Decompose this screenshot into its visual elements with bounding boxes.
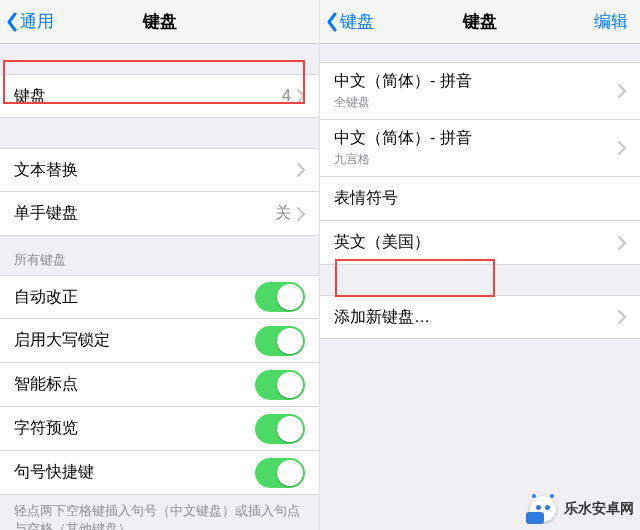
chevron-right-icon bbox=[297, 163, 305, 177]
switch-icon[interactable] bbox=[255, 414, 305, 444]
back-button[interactable]: 键盘 bbox=[320, 10, 374, 33]
text-replacement-row[interactable]: 文本替换 bbox=[0, 148, 319, 192]
cell-sublabel: 九宫格 bbox=[334, 151, 618, 168]
cell-label: 句号快捷键 bbox=[14, 462, 255, 483]
chevron-right-icon bbox=[297, 207, 305, 221]
back-label: 键盘 bbox=[340, 10, 374, 33]
toggle-period-shortcut[interactable]: 句号快捷键 bbox=[0, 451, 319, 495]
keyboard-item-pinyin-full[interactable]: 中文（简体）- 拼音 全键盘 bbox=[320, 62, 640, 120]
chevron-right-icon bbox=[618, 141, 626, 155]
keyboard-item-emoji[interactable]: 表情符号 bbox=[320, 177, 640, 221]
add-new-keyboard-row[interactable]: 添加新键盘… bbox=[320, 295, 640, 339]
cell-label: 中文（简体）- 拼音 bbox=[334, 128, 618, 149]
switch-icon[interactable] bbox=[255, 370, 305, 400]
cell-value: 4 bbox=[282, 87, 291, 105]
cell-label: 添加新键盘… bbox=[334, 307, 618, 328]
chevron-right-icon bbox=[297, 89, 305, 103]
toggle-smart-punctuation[interactable]: 智能标点 bbox=[0, 363, 319, 407]
section-header-all-keyboards: 所有键盘 bbox=[0, 236, 319, 275]
content-left: 键盘 4 文本替换 单手键盘 关 所有键盘 自动改正 启用大写锁定 bbox=[0, 44, 319, 530]
right-screen: 键盘 键盘 编辑 中文（简体）- 拼音 全键盘 中文（简体）- 拼音 九宫格 bbox=[320, 0, 640, 530]
toggle-char-preview[interactable]: 字符预览 bbox=[0, 407, 319, 451]
cell-label: 单手键盘 bbox=[14, 203, 275, 224]
cell-label: 文本替换 bbox=[14, 160, 297, 181]
left-screen: 通用 键盘 键盘 4 文本替换 单手键盘 关 所有键盘 自动改正 bbox=[0, 0, 320, 530]
navbar-left: 通用 键盘 bbox=[0, 0, 319, 44]
cell-label: 英文（美国） bbox=[334, 232, 618, 253]
chevron-right-icon bbox=[618, 236, 626, 250]
watermark: 乐水安卓网 bbox=[526, 494, 634, 524]
navbar-right: 键盘 键盘 编辑 bbox=[320, 0, 640, 44]
toggle-auto-correct[interactable]: 自动改正 bbox=[0, 275, 319, 319]
one-handed-keyboard-row[interactable]: 单手键盘 关 bbox=[0, 192, 319, 236]
chevron-left-icon bbox=[326, 12, 338, 32]
edit-button[interactable]: 编辑 bbox=[594, 10, 628, 33]
footer-note: 轻点两下空格键插入句号（中文键盘）或插入句点与空格（其他键盘）。 bbox=[0, 495, 319, 530]
cell-label: 中文（简体）- 拼音 bbox=[334, 71, 618, 92]
cell-label: 智能标点 bbox=[14, 374, 255, 395]
watermark-text: 乐水安卓网 bbox=[564, 500, 634, 518]
mascot-icon bbox=[526, 494, 560, 524]
chevron-right-icon bbox=[618, 310, 626, 324]
toggle-caps-lock[interactable]: 启用大写锁定 bbox=[0, 319, 319, 363]
cell-label: 字符预览 bbox=[14, 418, 255, 439]
switch-icon[interactable] bbox=[255, 458, 305, 488]
cell-value: 关 bbox=[275, 203, 291, 224]
switch-icon[interactable] bbox=[255, 282, 305, 312]
keyboard-item-pinyin-9grid[interactable]: 中文（简体）- 拼音 九宫格 bbox=[320, 120, 640, 177]
back-label: 通用 bbox=[20, 10, 54, 33]
keyboard-item-english-us[interactable]: 英文（美国） bbox=[320, 221, 640, 265]
cell-label: 表情符号 bbox=[334, 188, 626, 209]
content-right: 中文（简体）- 拼音 全键盘 中文（简体）- 拼音 九宫格 表情符号 英文（美国… bbox=[320, 44, 640, 530]
cell-label: 自动改正 bbox=[14, 287, 255, 308]
back-button[interactable]: 通用 bbox=[0, 10, 54, 33]
cell-label: 启用大写锁定 bbox=[14, 330, 255, 351]
cell-sublabel: 全键盘 bbox=[334, 94, 618, 111]
switch-icon[interactable] bbox=[255, 326, 305, 356]
cell-label: 键盘 bbox=[14, 86, 282, 107]
keyboards-row[interactable]: 键盘 4 bbox=[0, 74, 319, 118]
chevron-right-icon bbox=[618, 84, 626, 98]
chevron-left-icon bbox=[6, 12, 18, 32]
